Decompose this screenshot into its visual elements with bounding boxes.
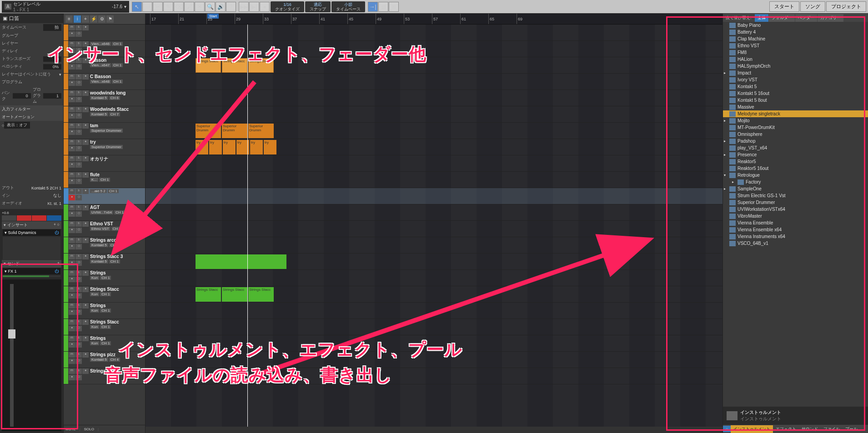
solo-button[interactable]: s — [75, 139, 82, 145]
start-button[interactable]: スタート — [769, 1, 799, 12]
track-routing[interactable]: CH 1 — [100, 309, 111, 313]
monitor-button[interactable]: ● — [69, 358, 75, 364]
track-row[interactable]: m s ● ● ◇ Vien...x646CH 1 — [64, 41, 145, 57]
track-row[interactable]: m s ● ● ◇ Strings FX — [64, 368, 145, 384]
help-tool[interactable]: ? — [226, 2, 236, 12]
solo-button[interactable]: s — [75, 189, 82, 194]
monitor-button[interactable]: ● — [69, 260, 75, 266]
browser-item[interactable]: Vienna Ensemble — [723, 219, 868, 226]
hdr-list-icon[interactable]: ≡ — [65, 15, 73, 23]
mute-button[interactable]: m — [69, 41, 75, 47]
solo-button[interactable]: s — [75, 303, 82, 309]
browser-item[interactable]: Reaktor5 — [723, 158, 868, 165]
track-routing[interactable]: CH 1 — [109, 243, 120, 247]
lane-button[interactable]: ◇ — [75, 162, 82, 168]
clip[interactable]: try — [250, 140, 263, 154]
mute-button[interactable]: m — [69, 303, 75, 309]
track-routing[interactable]: CH 1 — [112, 42, 123, 46]
record-button[interactable]: ● — [82, 107, 89, 112]
solo-button[interactable]: s — [75, 205, 82, 210]
lane-button[interactable]: ◇ — [75, 64, 82, 70]
grid-row[interactable] — [146, 204, 722, 221]
record-button[interactable]: ● — [82, 156, 89, 161]
arrangement-view[interactable]: Start 1721252933374145495357616569 Strin… — [146, 14, 722, 433]
track-row[interactable]: m s ● ● ◇ Strings KonCH 1 — [64, 270, 145, 286]
solo-button[interactable]: s — [75, 25, 82, 30]
browser-item[interactable]: SampleOne — [723, 185, 868, 192]
track-row[interactable]: m s ● ● ◇ Basson Vien...x647CH 1 — [64, 57, 145, 74]
grid-row[interactable] — [146, 368, 722, 384]
grid-row[interactable] — [146, 319, 722, 335]
clip[interactable]: Strings Stacc — [222, 287, 247, 302]
record-button[interactable]: ● — [82, 238, 89, 243]
lane-button[interactable]: ◇ — [75, 129, 82, 135]
track-row[interactable]: m s ● ● ◇ C Basson Vien...x648CH 1 — [64, 74, 145, 90]
range-tool[interactable]: ▭ — [142, 2, 152, 12]
browser-item[interactable]: VSCO_64B_v1 — [723, 240, 868, 247]
insert-empty[interactable] — [3, 237, 60, 259]
track-row[interactable]: m s ● ● ◇ — [64, 25, 145, 41]
browser-item[interactable]: HALion — [723, 56, 868, 63]
mute-button[interactable]: m — [69, 368, 75, 374]
track-row[interactable]: m s ● ● ◇ Strings Stacc KonCH 1 — [64, 286, 145, 303]
tab-all[interactable]: 全体 — [755, 14, 768, 22]
timeline-ruler[interactable]: Start 1721252933374145495357616569 — [146, 14, 722, 25]
clip[interactable]: Superior Drumm — [196, 124, 221, 138]
browser-item[interactable]: Factory — [723, 179, 868, 185]
browser-item[interactable]: Melodyne singletrack — [723, 110, 868, 117]
solo-button[interactable]: s — [75, 41, 82, 47]
monitor-button[interactable]: ● — [69, 211, 75, 217]
mute-button[interactable]: m — [69, 172, 75, 178]
insert-section[interactable]: ▾ インサート+ ○ — [2, 221, 61, 229]
track-row[interactable]: m s ● ● ◇ Strings arco Kontakt 5CH 1 — [64, 237, 145, 254]
record-button[interactable]: ● — [82, 25, 89, 30]
track-routing[interactable]: CH 7 — [109, 112, 120, 116]
record-button[interactable]: ● — [82, 139, 89, 145]
track-row[interactable]: m s ● ● ◇ tam Superior Drummer — [64, 123, 145, 139]
track-routing[interactable]: CH 1 — [100, 276, 111, 280]
track-routing[interactable]: Kontakt 5 — [90, 259, 108, 264]
draw-tool[interactable]: ✎ — [163, 2, 173, 12]
grid-row[interactable] — [146, 352, 722, 368]
monitor[interactable] — [32, 215, 46, 221]
track-routing[interactable]: Vien...x646 — [90, 42, 111, 46]
browser-item[interactable]: FM8 — [723, 49, 868, 56]
track-routing[interactable]: Kontakt 5 — [90, 243, 108, 247]
mute-button[interactable]: m — [69, 156, 75, 161]
track-routing[interactable]: CH 1 — [114, 210, 125, 214]
solo-button[interactable]: s — [75, 172, 82, 178]
send-slot-1[interactable]: ▾ FX 1 ⏻ — [3, 268, 60, 274]
lane-button[interactable]: ◇ — [75, 80, 82, 86]
track-routing[interactable]: K... — [90, 178, 98, 182]
grid-row[interactable] — [146, 25, 722, 41]
monitor-button[interactable]: ● — [69, 277, 75, 282]
insp-delay[interactable]: ディレイ — [0, 47, 63, 55]
insp-program[interactable]: プログラム — [0, 78, 63, 86]
monitor-button[interactable]: ● — [69, 293, 75, 299]
record-button[interactable]: ● — [82, 368, 89, 374]
solo-button[interactable]: s — [75, 221, 82, 227]
mute-tool[interactable]: ✕ — [195, 2, 205, 12]
footer-instrument[interactable]: インストゥルメント — [731, 425, 773, 433]
track-row[interactable]: m s ● ● ◇ woodwinds long Kontakt 5CH 6 — [64, 90, 145, 106]
record-button[interactable]: ● — [82, 287, 89, 292]
listen-tool[interactable]: 🔊 — [216, 2, 226, 12]
monitor-button[interactable]: ● — [69, 80, 75, 86]
grid-row[interactable] — [146, 335, 722, 352]
browser-item[interactable]: HALSymphOrch — [723, 63, 868, 70]
browser-item[interactable]: Impact — [723, 70, 868, 76]
clip[interactable]: Strings Stacc — [248, 58, 274, 73]
footer-sound[interactable]: サウンド — [799, 425, 821, 433]
timebase-display[interactable]: 小節 タイムベース — [331, 1, 365, 12]
a-button[interactable]: A — [5, 4, 11, 10]
clip[interactable]: Superior Drumm — [222, 124, 247, 138]
footer-file[interactable]: ファイル — [821, 425, 843, 433]
mute-button[interactable]: m — [69, 238, 75, 243]
insp-input-filter[interactable]: 入力フィルター — [0, 105, 63, 113]
monitor-button[interactable]: ● — [69, 146, 75, 151]
record-button[interactable]: ● — [82, 336, 89, 341]
insp-automation[interactable]: オートメーション — [0, 113, 63, 121]
lane-button[interactable]: ◇ — [75, 342, 82, 348]
insert-bypass[interactable] — [2, 215, 16, 221]
mute-button[interactable]: m — [69, 74, 75, 80]
